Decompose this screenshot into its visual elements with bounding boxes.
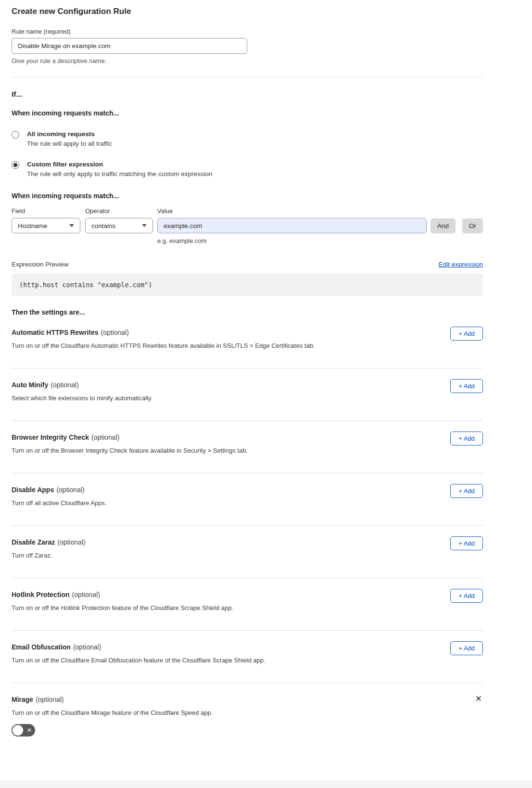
match-heading-2: When incoming requests match... xyxy=(12,192,483,200)
mirage-toggle[interactable]: ✕ xyxy=(12,724,35,737)
setting-description: Turn on or off the Browser Integrity Che… xyxy=(12,447,406,454)
setting-name: Auto Minify xyxy=(12,381,48,389)
radio-label: All incoming requests xyxy=(27,130,112,138)
if-heading: If... xyxy=(12,90,483,99)
setting-name: Disable Zaraz xyxy=(12,538,55,546)
section-divider xyxy=(12,77,483,77)
create-configuration-rule-form: Create new Configuration Rule Rule name … xyxy=(12,0,483,756)
setting-description: Turn off all active Cloudflare Apps. xyxy=(12,499,406,507)
add-button[interactable]: + Add xyxy=(450,641,483,655)
add-button[interactable]: + Add xyxy=(450,432,483,445)
field-select-value: Hostname xyxy=(18,222,48,229)
setting-optional-suffix: (optional) xyxy=(73,643,101,651)
setting-optional-suffix: (optional) xyxy=(56,486,84,494)
radio-button-icon[interactable] xyxy=(12,161,19,169)
setting-section-automatic-https-rewrites: Automatic HTTPS Rewrites (optional) + Ad… xyxy=(12,316,483,369)
operator-label: Operator xyxy=(85,207,153,215)
expression-preview-label: Expression Preview xyxy=(12,261,69,268)
setting-section-browser-integrity-check: Browser Integrity Check (optional) + Add… xyxy=(12,421,483,473)
add-button[interactable]: + Add xyxy=(450,379,483,393)
settings-list: Automatic HTTPS Rewrites (optional) + Ad… xyxy=(12,316,483,683)
rule-name-help: Give your rule a descriptive name. xyxy=(12,57,483,64)
and-button[interactable]: And xyxy=(431,218,456,233)
setting-optional-suffix: (optional) xyxy=(57,538,85,546)
setting-name: Disable Apps xyxy=(12,486,54,494)
value-help: e.g. example.com xyxy=(157,237,483,244)
radio-button-icon[interactable] xyxy=(12,131,19,139)
value-input[interactable] xyxy=(157,218,427,233)
add-button[interactable]: + Add xyxy=(450,589,483,603)
operator-select-value: contains xyxy=(91,222,115,229)
add-button[interactable]: + Add xyxy=(450,484,483,498)
toggle-off-x-icon: ✕ xyxy=(27,727,32,733)
radio-option-all-requests[interactable]: All incoming requests The rule will appl… xyxy=(12,130,483,147)
chevron-down-icon xyxy=(69,224,74,227)
setting-name: Mirage xyxy=(12,696,33,703)
chevron-down-icon xyxy=(142,224,147,227)
setting-name: Automatic HTTPS Rewrites xyxy=(12,329,98,336)
setting-description: Turn off Zaraz. xyxy=(12,552,406,559)
toggle-knob xyxy=(13,725,23,736)
setting-description: Turn on or off the Cloudflare Automatic … xyxy=(12,342,406,349)
setting-name: Email Obfuscation xyxy=(12,643,71,651)
edit-expression-link[interactable]: Edit expression xyxy=(439,261,483,268)
setting-description: Select which file extensions to minify a… xyxy=(12,394,406,402)
rule-name-label: Rule name (required) xyxy=(12,28,483,35)
operator-select[interactable]: contains xyxy=(85,218,153,233)
setting-name: Browser Integrity Check xyxy=(12,433,89,441)
value-label: Value xyxy=(157,207,427,215)
radio-label: Custom filter expression xyxy=(27,161,212,168)
radio-option-custom-filter[interactable]: Custom filter expression The rule will o… xyxy=(12,161,483,178)
add-button[interactable]: + Add xyxy=(450,536,483,550)
setting-name: Hotlink Protection xyxy=(12,591,70,598)
setting-optional-suffix: (optional) xyxy=(36,696,63,703)
expression-preview-code: (http.host contains "example.com") xyxy=(12,274,483,296)
field-label: Field xyxy=(12,207,80,215)
page-bottom-strip xyxy=(0,781,532,788)
expression-builder: When incoming requests match... Field Ho… xyxy=(12,192,483,244)
rule-name-input[interactable] xyxy=(12,38,247,54)
then-settings-heading: Then the settings are... xyxy=(12,308,483,316)
setting-description: Turn on or off the Cloudflare Email Obfu… xyxy=(12,657,406,664)
close-icon[interactable]: ✕ xyxy=(475,695,482,703)
setting-optional-suffix: (optional) xyxy=(72,591,100,598)
setting-section-mirage: Mirage (optional) ✕ Turn on or off the C… xyxy=(12,683,483,756)
page-title: Create new Configuration Rule xyxy=(12,0,483,16)
setting-optional-suffix: (optional) xyxy=(51,381,78,389)
setting-section-auto-minify: Auto Minify (optional) + Add Select whic… xyxy=(12,369,483,421)
setting-optional-suffix: (optional) xyxy=(101,329,128,336)
setting-optional-suffix: (optional) xyxy=(91,433,119,441)
add-button[interactable]: + Add xyxy=(450,327,483,341)
or-button[interactable]: Or xyxy=(462,218,483,233)
setting-section-disable-apps: Disable Apps (optional) + Add Turn off a… xyxy=(12,473,483,526)
setting-description: Turn on or off the Hotlink Protection fe… xyxy=(12,604,406,611)
setting-section-disable-zaraz: Disable Zaraz (optional) + Add Turn off … xyxy=(12,526,483,578)
setting-section-hotlink-protection: Hotlink Protection (optional) + Add Turn… xyxy=(12,578,483,631)
radio-description: The rule will only apply to traffic matc… xyxy=(27,170,212,178)
setting-section-email-obfuscation: Email Obfuscation (optional) + Add Turn … xyxy=(12,631,483,683)
setting-description: Turn on or off the Cloudflare Mirage fea… xyxy=(12,709,406,716)
radio-description: The rule will apply to all traffic xyxy=(27,140,112,147)
match-heading-1: When incoming requests match... xyxy=(12,109,483,117)
field-select[interactable]: Hostname xyxy=(12,218,80,233)
